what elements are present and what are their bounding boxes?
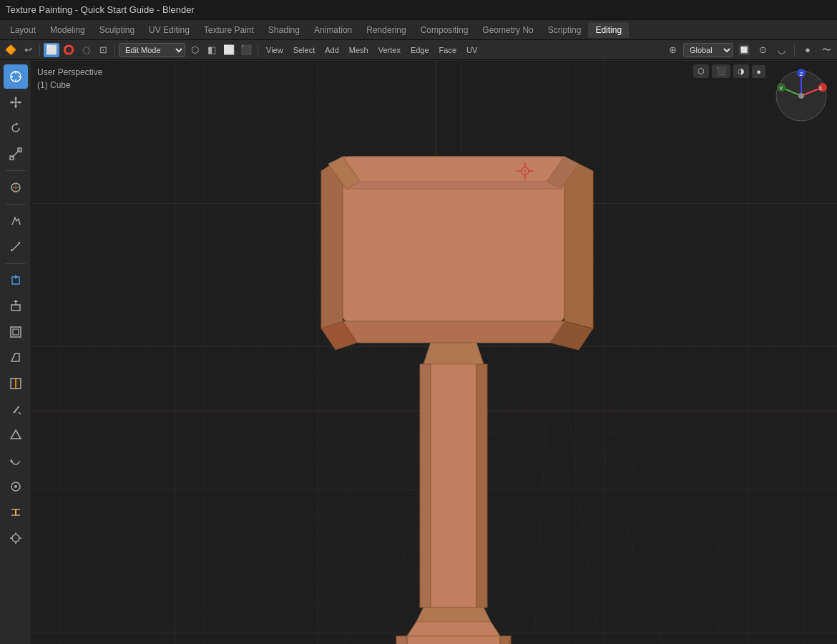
- blender-menu-icon[interactable]: 🔶: [3, 43, 19, 57]
- solid-icon[interactable]: ⬛: [238, 43, 254, 57]
- tool-add-cube[interactable]: [4, 268, 28, 293]
- vertex-menu[interactable]: Vertex: [374, 44, 405, 56]
- tool-loop-cut[interactable]: [4, 371, 28, 396]
- toolbar-separator-3: [6, 263, 26, 264]
- uv-menu[interactable]: UV: [462, 44, 481, 56]
- select-circle-icon[interactable]: ⭕: [61, 43, 77, 57]
- viewport-shade-rendered[interactable]: ●: [752, 65, 765, 78]
- mode-select[interactable]: Edit Mode Object Mode Sculpt Mode: [119, 43, 185, 57]
- separator-3: [258, 44, 258, 57]
- window-title: Texture Painting - Quick Start Guide - B…: [6, 4, 195, 15]
- tool-smooth[interactable]: [4, 474, 28, 499]
- svg-rect-78: [420, 364, 431, 608]
- workspace-tab-texture-paint[interactable]: Texture Paint: [197, 22, 261, 38]
- tool-shrink-fatten[interactable]: [4, 526, 28, 550]
- proportional-falloff-icon[interactable]: ◡: [773, 43, 789, 57]
- tool-extrude[interactable]: [4, 294, 28, 318]
- svg-marker-26: [14, 300, 18, 302]
- header-bar: 🔶 ↩ ⬜ ⭕ ◌ ⊡ Edit Mode Object Mode Sculpt…: [0, 40, 837, 60]
- tool-annotate[interactable]: [4, 209, 28, 233]
- svg-rect-77: [476, 364, 487, 608]
- svg-marker-69: [343, 321, 564, 343]
- svg-text:X: X: [818, 85, 823, 92]
- svg-rect-81: [407, 636, 500, 644]
- select-cursor-icon[interactable]: ⊡: [95, 43, 111, 57]
- mesh-menu[interactable]: Mesh: [345, 44, 373, 56]
- workspace-tab-shading[interactable]: Shading: [261, 22, 307, 38]
- toolbar-separator-2: [6, 204, 26, 205]
- svg-rect-76: [431, 364, 476, 608]
- tool-transform[interactable]: [4, 175, 28, 200]
- svg-marker-33: [10, 459, 12, 463]
- title-bar: Texture Painting - Quick Start Guide - B…: [0, 0, 837, 20]
- svg-point-102: [798, 93, 804, 99]
- toolbar-separator-1: [6, 170, 26, 171]
- workspace-tab-uv-editing[interactable]: UV Editing: [142, 22, 197, 38]
- edge-menu[interactable]: Edge: [406, 44, 434, 56]
- transform-orientation-select[interactable]: Global Local Normal: [683, 43, 733, 57]
- separator-2: [114, 44, 115, 57]
- viewport-shade-material[interactable]: ◑: [733, 64, 749, 78]
- toggle-overlays-icon[interactable]: ⬡: [187, 43, 202, 57]
- svg-point-39: [12, 535, 19, 542]
- tool-cursor[interactable]: [4, 64, 28, 89]
- wireframe-icon[interactable]: ⬜: [221, 43, 237, 57]
- viewport-shade-solid[interactable]: ⬛: [712, 64, 730, 78]
- tool-scale[interactable]: [4, 142, 28, 166]
- navigation-gizmo[interactable]: X Y Z: [773, 67, 830, 125]
- workspace-tab-editing[interactable]: Editing: [588, 22, 629, 38]
- viewport-shading-dot-icon[interactable]: ●: [800, 43, 816, 57]
- proportional-edit-icon[interactable]: ⊙: [755, 43, 770, 57]
- svg-text:Y: Y: [779, 85, 783, 92]
- svg-rect-83: [396, 636, 407, 644]
- svg-point-91: [524, 170, 527, 172]
- workspace-tab-geometry-nodes[interactable]: Geometry No: [475, 22, 540, 38]
- svg-marker-32: [11, 430, 21, 439]
- svg-line-18: [11, 243, 20, 251]
- separator-1: [39, 44, 40, 57]
- tool-bevel[interactable]: [4, 346, 28, 370]
- svg-rect-27: [11, 327, 21, 337]
- viewport-3d[interactable]: User Perspective (1) Cube ⬡ ⬛ ◑ ● X Y: [31, 60, 837, 644]
- viewport-top-controls: ⬡ ⬛ ◑ ●: [693, 64, 765, 78]
- svg-marker-79: [416, 608, 491, 622]
- svg-marker-9: [10, 101, 13, 104]
- view-menu[interactable]: View: [262, 44, 288, 56]
- undo-icon[interactable]: ↩: [20, 43, 36, 57]
- viewport-shade-wireframe[interactable]: ⬡: [693, 64, 709, 78]
- tool-move[interactable]: [4, 90, 28, 114]
- snap-icon[interactable]: 🔲: [736, 43, 752, 57]
- svg-marker-10: [19, 101, 21, 104]
- tool-edge-slide[interactable]: [4, 500, 28, 525]
- svg-text:Z: Z: [800, 71, 803, 77]
- svg-marker-75: [424, 343, 484, 364]
- left-toolbar: [0, 60, 31, 644]
- tool-knife[interactable]: [4, 397, 28, 421]
- workspace-tab-compositing[interactable]: Compositing: [413, 22, 476, 38]
- tool-spin[interactable]: [4, 449, 28, 473]
- grid-background: [31, 60, 837, 644]
- face-menu[interactable]: Face: [435, 44, 461, 56]
- workspace-tab-animation[interactable]: Animation: [307, 22, 359, 38]
- tool-measure[interactable]: [4, 235, 28, 259]
- select-box-icon[interactable]: ⬜: [44, 43, 59, 57]
- editor-type-icons: 🔶 ↩: [3, 43, 36, 57]
- toggle-xray-icon[interactable]: ◧: [204, 43, 220, 57]
- svg-marker-67: [564, 157, 593, 328]
- workspace-tab-layout[interactable]: Layout: [3, 22, 43, 38]
- add-menu[interactable]: Add: [320, 44, 343, 56]
- workspace-tabs: LayoutModelingSculptingUV EditingTexture…: [0, 20, 837, 40]
- tool-inset[interactable]: [4, 320, 28, 344]
- select-menu[interactable]: Select: [289, 44, 320, 56]
- transform-pivot-icon[interactable]: ⊕: [665, 43, 680, 57]
- select-lasso-icon[interactable]: ◌: [78, 43, 94, 57]
- main-layout: User Perspective (1) Cube ⬡ ⬛ ◑ ● X Y: [0, 60, 837, 644]
- viewport-shading-wave-icon[interactable]: 〜: [818, 43, 834, 57]
- workspace-tab-sculpting[interactable]: Sculpting: [92, 22, 142, 38]
- workspace-tab-scripting[interactable]: Scripting: [541, 22, 589, 38]
- tool-poly-build[interactable]: [4, 423, 28, 447]
- workspace-tab-modeling[interactable]: Modeling: [43, 22, 92, 38]
- workspace-tab-rendering[interactable]: Rendering: [359, 22, 413, 38]
- separator-4: [794, 44, 795, 57]
- tool-rotate[interactable]: [4, 116, 28, 140]
